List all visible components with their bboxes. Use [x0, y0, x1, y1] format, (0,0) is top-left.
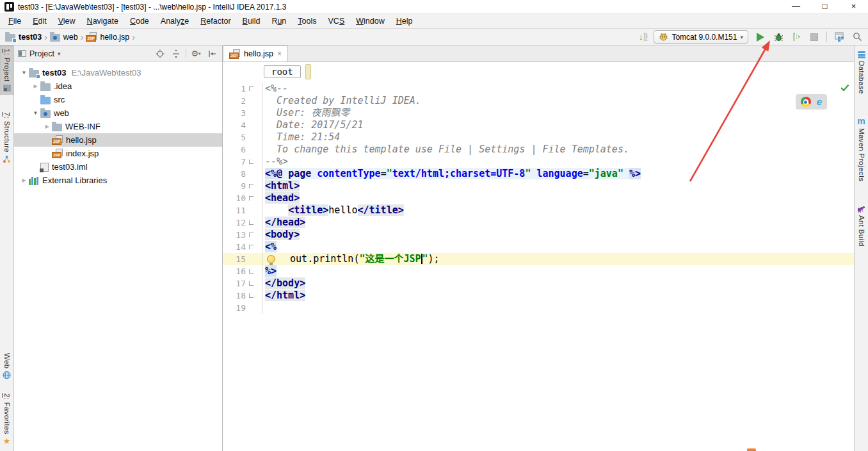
gutter: 19: [223, 302, 262, 314]
internet-explorer-icon[interactable]: e: [817, 97, 822, 107]
code-token: =: [381, 168, 387, 179]
code-line-14[interactable]: 14<%: [223, 241, 854, 253]
breadcrumb-hello-jsp[interactable]: JSPhello.jsp: [86, 32, 129, 42]
code-text: [262, 302, 265, 314]
code-line-10[interactable]: 10<head>: [223, 192, 854, 204]
code-line-17[interactable]: 17</body>: [223, 277, 854, 290]
toolwindow-tab-7-structure[interactable]: 7: Structure: [0, 109, 13, 167]
fold-end-icon[interactable]: [249, 220, 253, 225]
tree-item-hello-jsp[interactable]: JSPhello.jsp: [14, 133, 222, 147]
minimize-button[interactable]: —: [782, 0, 810, 13]
close-tab-icon[interactable]: ×: [277, 49, 282, 58]
menu-run[interactable]: Run: [266, 15, 292, 27]
code-line-16[interactable]: 16%>: [223, 265, 854, 277]
menu-build[interactable]: Build: [237, 15, 266, 27]
chevron-collapsed-icon[interactable]: ▶: [19, 177, 29, 183]
tab-hello-jsp[interactable]: JSP hello.jsp ×: [223, 45, 288, 62]
breadcrumb-web[interactable]: web: [50, 33, 78, 42]
iml-icon: [40, 163, 49, 172]
menu-edit[interactable]: Edit: [27, 15, 52, 27]
fold-start-icon[interactable]: [249, 86, 253, 91]
stop-button[interactable]: [808, 31, 820, 43]
binary-sort-icon[interactable]: ↓ 01 10 01: [639, 32, 648, 42]
chevron-collapsed-icon[interactable]: ▶: [42, 124, 52, 129]
project-structure-button[interactable]: [833, 31, 845, 43]
tree-item-test03[interactable]: ▼test03E:\JavaWeb\test03: [14, 66, 222, 79]
run-with-coverage-button[interactable]: [791, 31, 802, 43]
fold-end-icon[interactable]: [249, 281, 253, 286]
code-line-12[interactable]: 12</head>: [223, 217, 854, 229]
code-line-15[interactable]: 15 out.println("这是一个JSP");: [223, 253, 854, 265]
root-tag-chip[interactable]: root: [264, 65, 301, 78]
chevron-collapsed-icon[interactable]: ▶: [31, 83, 40, 89]
fold-start-icon[interactable]: [249, 184, 253, 188]
code-line-7[interactable]: 7--%>: [223, 156, 854, 168]
fold-start-icon[interactable]: [249, 233, 253, 237]
chevron-down-icon[interactable]: ▾: [58, 51, 61, 57]
code-line-1[interactable]: 1<%--: [223, 83, 854, 95]
tree-item-test03-iml[interactable]: test03.iml: [14, 160, 222, 174]
code-line-3[interactable]: 3 User: 夜雨飘零: [223, 107, 854, 119]
run-configuration-select[interactable]: Tomcat 9.0.0.M151 ▾: [654, 30, 748, 44]
tree-item-index-jsp[interactable]: JSPindex.jsp: [14, 147, 222, 160]
close-button[interactable]: ×: [839, 0, 868, 13]
run-button[interactable]: [755, 31, 766, 43]
toolwindow-tab-ant-build[interactable]: Ant Build: [855, 201, 868, 250]
chevron-expanded-icon[interactable]: ▼: [19, 70, 29, 76]
menu-vcs[interactable]: VCS: [323, 15, 351, 27]
code-line-6[interactable]: 6 To change this template use File | Set…: [223, 144, 854, 156]
menu-view[interactable]: View: [52, 15, 81, 27]
left-tool-stripe: 1: Project7: Structure Web2: Favorites★: [0, 45, 14, 451]
code-line-8[interactable]: 8<%@ page contentType="text/html;charset…: [223, 168, 854, 180]
code-text: </head>: [262, 217, 305, 229]
maximize-button[interactable]: □: [810, 0, 839, 13]
menu-navigate[interactable]: Navigate: [81, 15, 124, 27]
fold-end-icon[interactable]: [249, 293, 253, 298]
tree-item-web[interactable]: ▼web: [14, 106, 222, 120]
code-line-13[interactable]: 13<body>: [223, 229, 854, 241]
tree-item-web-inf[interactable]: ▶WEB-INF: [14, 120, 222, 133]
toolwindow-tab-1-project[interactable]: 1: Project: [0, 45, 13, 95]
toolwindow-tab-web[interactable]: Web: [0, 350, 13, 382]
tree-item-external-libraries[interactable]: ▶External Libraries: [14, 174, 222, 187]
code-line-4[interactable]: 4 Date: 2017/5/21: [223, 119, 854, 131]
hide-panel-button[interactable]: [205, 48, 218, 60]
code-editor[interactable]: e 1<%--2 Created by IntelliJ IDEA.3 User…: [223, 81, 854, 451]
code-line-18[interactable]: 18</html>: [223, 290, 854, 302]
menu-code[interactable]: Code: [124, 15, 155, 27]
line-number: 4: [223, 119, 246, 131]
search-everywhere-button[interactable]: [851, 31, 863, 43]
collapse-all-button[interactable]: [170, 48, 182, 60]
chrome-icon[interactable]: [801, 97, 811, 107]
code-token: Date: 2017/5/21: [265, 119, 364, 131]
fold-start-icon[interactable]: [249, 245, 253, 249]
debug-button[interactable]: [773, 31, 784, 43]
menu-tools[interactable]: Tools: [292, 15, 322, 27]
tree-item-idea[interactable]: ▶.idea: [14, 79, 222, 93]
locate-file-button[interactable]: [154, 48, 166, 60]
menu-file[interactable]: File: [3, 15, 27, 27]
toolwindow-tab-database[interactable]: Database: [855, 48, 868, 97]
menu-analyze[interactable]: Analyze: [155, 15, 195, 27]
toolwindow-tab-2-favorites[interactable]: 2: Favorites★: [0, 390, 13, 448]
fold-start-icon[interactable]: [249, 196, 253, 201]
toolwindow-tab-maven-projects[interactable]: mMaven Projects: [855, 114, 868, 184]
settings-button[interactable]: ⚙ ▾: [189, 48, 202, 60]
code-line-5[interactable]: 5 Time: 21:54: [223, 131, 854, 144]
code-line-9[interactable]: 9<html>: [223, 180, 854, 192]
menu-refactor[interactable]: Refactor: [195, 15, 236, 27]
menu-window[interactable]: Window: [350, 15, 390, 27]
intention-bulb-icon[interactable]: [267, 255, 275, 263]
breadcrumb-test03[interactable]: test03: [5, 33, 42, 42]
breadcrumb: test03›web›JSPhello.jsp›: [5, 32, 138, 42]
menu-help[interactable]: Help: [390, 15, 419, 27]
inspections-ok-button[interactable]: [840, 83, 849, 94]
code-token: Time: 21:54: [265, 131, 340, 143]
fold-end-icon[interactable]: [249, 160, 253, 164]
code-line-19[interactable]: 19: [223, 302, 854, 314]
code-line-11[interactable]: 11 <title>hello</title>: [223, 204, 854, 217]
tree-item-src[interactable]: src: [14, 93, 222, 106]
chevron-expanded-icon[interactable]: ▼: [31, 110, 40, 116]
fold-end-icon[interactable]: [249, 269, 253, 274]
code-line-2[interactable]: 2 Created by IntelliJ IDEA.: [223, 95, 854, 107]
